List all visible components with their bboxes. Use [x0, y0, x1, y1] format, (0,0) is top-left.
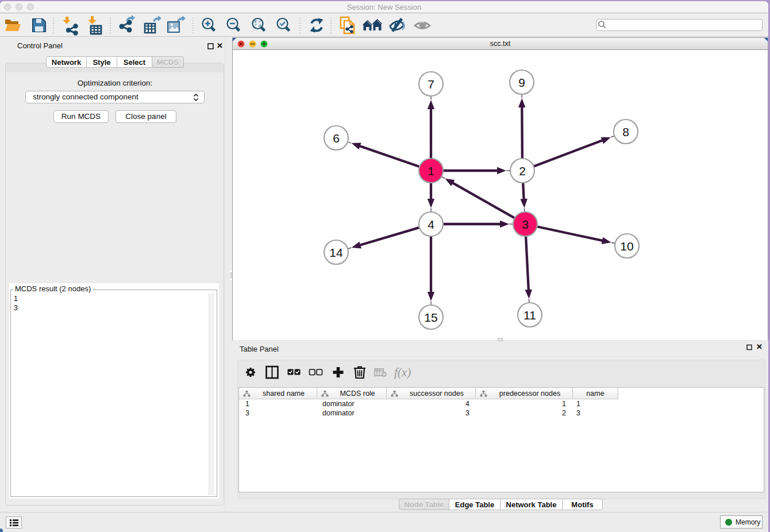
svg-text:9: 9 [518, 76, 525, 89]
svg-text:f(x): f(x) [394, 365, 411, 379]
svg-text:4: 4 [428, 218, 434, 231]
svg-text:8: 8 [622, 125, 629, 138]
svg-text:11: 11 [523, 309, 536, 322]
svg-text:7: 7 [428, 78, 434, 91]
svg-text:3: 3 [522, 218, 529, 231]
svg-text:10: 10 [620, 240, 633, 253]
svg-text:2: 2 [519, 164, 526, 178]
svg-text:15: 15 [424, 311, 437, 324]
svg-text:6: 6 [333, 132, 340, 145]
svg-text:14: 14 [329, 246, 343, 259]
svg-text:1: 1 [428, 164, 434, 178]
